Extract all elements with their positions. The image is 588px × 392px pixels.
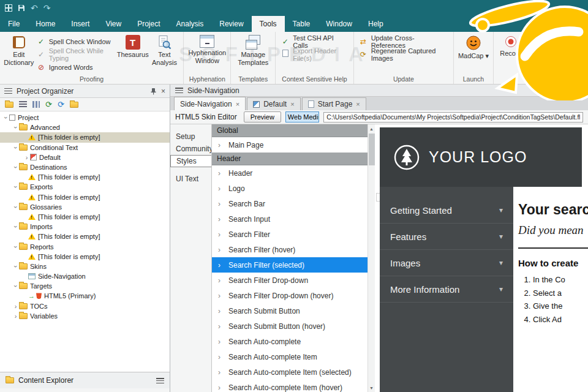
chevron-right-icon[interactable]: ›	[218, 307, 223, 315]
style-item-search-filter[interactable]: ›Search Filter	[212, 227, 368, 242]
export-header-file-button[interactable]: Export Header File(s)	[279, 49, 350, 59]
tree-item-empty-destinations[interactable]: [This folder is empty]	[0, 172, 170, 182]
menu-help[interactable]: Help	[360, 16, 391, 32]
chevron-down-icon[interactable]: ›	[12, 283, 20, 290]
preview-button[interactable]: Preview	[244, 111, 281, 123]
redo-icon[interactable]: ↷	[43, 4, 51, 12]
tree-item-imports[interactable]: ›Imports	[0, 222, 170, 232]
close-icon[interactable]: ×	[236, 100, 239, 108]
panel-menu-icon[interactable]	[4, 88, 12, 94]
style-item-search-filter-selected[interactable]: ›Search Filter (selected)	[212, 257, 368, 273]
chevron-right-icon[interactable]: ›	[218, 276, 223, 285]
menu-insert[interactable]: Insert	[63, 16, 97, 32]
close-icon[interactable]: ×	[161, 88, 165, 95]
chevron-right-icon[interactable]: ›	[218, 383, 223, 392]
menu-table[interactable]: Table	[285, 16, 318, 32]
menu-home[interactable]: Home	[28, 16, 63, 32]
manage-macros-button[interactable]: Manage	[556, 33, 585, 58]
chevron-down-icon[interactable]: ›	[12, 203, 20, 210]
chevron-right-icon[interactable]: ›	[218, 368, 223, 377]
refresh-icon[interactable]: ⟳	[45, 100, 52, 108]
menu-project[interactable]: Project	[129, 16, 168, 32]
menu-review[interactable]: Review	[211, 16, 251, 32]
spell-check-while-typing-button[interactable]: ✓ Spell Check While Typing	[35, 49, 117, 59]
madcap-launch-button[interactable]: MadCap ▾	[457, 33, 490, 60]
scrollbar-thumb[interactable]	[369, 134, 375, 165]
menu-file[interactable]: File	[0, 16, 28, 32]
chevron-down-icon[interactable]: ›	[12, 263, 20, 270]
tree-item-default[interactable]: ›Default	[0, 153, 170, 162]
scroll-up-icon[interactable]: ▲	[368, 124, 375, 133]
chevron-right-icon[interactable]: ›	[12, 303, 19, 310]
hyphenation-window-button[interactable]: Hyphenation Window	[187, 33, 227, 64]
ignored-words-button[interactable]: ⊘ Ignored Words	[35, 62, 117, 72]
style-item-search-input[interactable]: ›Search Input	[212, 211, 368, 227]
open-folder-icon[interactable]	[5, 102, 13, 108]
chevron-right-icon[interactable]: ›	[218, 141, 223, 149]
pin-icon[interactable]	[568, 87, 575, 94]
tree-item-html5-primary[interactable]: →HTML5 (Primary)	[0, 291, 170, 301]
chevron-right-icon[interactable]: ›	[23, 154, 30, 161]
style-item-search-auto-complete[interactable]: ›Search Auto-complete	[212, 334, 368, 349]
style-item-search-submit-button[interactable]: ›Search Submit Button	[212, 303, 368, 318]
menu-window[interactable]: Window	[318, 16, 360, 32]
chevron-right-icon[interactable]: ›	[218, 230, 223, 239]
preview-nav-getting-started[interactable]: Getting Started▾	[380, 197, 513, 224]
close-icon[interactable]: ×	[290, 100, 294, 108]
style-item-main-page[interactable]: ›Main Page	[212, 137, 368, 153]
chevron-down-icon[interactable]: ›	[12, 124, 20, 131]
tree-item-variables[interactable]: ›Variables	[0, 311, 170, 321]
tree-item-side-navigation[interactable]: Side-Navigation	[0, 271, 170, 281]
tree-item-skins[interactable]: ›Skins	[0, 262, 170, 271]
tab-start-page[interactable]: Start Page ×	[302, 97, 366, 110]
style-item-search-auto-complete-item-hover[interactable]: ›Search Auto-complete Item (hover)	[212, 380, 368, 392]
skin-nav-ui-text[interactable]: UI Text	[170, 173, 211, 185]
menu-view[interactable]: View	[97, 16, 129, 32]
edit-dictionary-button[interactable]: Edit Dictionary	[3, 33, 35, 66]
chevron-right-icon[interactable]: ›	[218, 215, 223, 224]
style-item-search-bar[interactable]: ›Search Bar	[212, 196, 368, 211]
chevron-down-icon[interactable]: ›	[12, 164, 20, 171]
tree-item-advanced[interactable]: ›Advanced	[0, 123, 170, 132]
undo-icon[interactable]: ↶	[31, 4, 38, 12]
chevron-down-icon[interactable]: ›	[12, 224, 20, 230]
pane-menu-icon[interactable]	[175, 88, 183, 93]
preview-nav-images[interactable]: Images▾	[380, 250, 513, 276]
content-explorer-bar[interactable]: Content Explorer	[0, 372, 170, 388]
tab-side-navigation[interactable]: Side-Navigation ×	[174, 97, 246, 110]
chevron-right-icon[interactable]: ›	[218, 184, 223, 193]
close-icon[interactable]: ×	[579, 87, 583, 94]
preview-nav-features[interactable]: Features▾	[380, 224, 513, 250]
record-macro-button[interactable]: Record	[497, 33, 525, 58]
pin-icon[interactable]	[150, 88, 157, 95]
preview-nav-more-information[interactable]: More Information▾	[380, 276, 513, 303]
close-icon[interactable]: ×	[356, 100, 360, 108]
sync-icon[interactable]: ⟳	[58, 100, 64, 108]
spell-check-window-button[interactable]: ✓ Spell Check Window	[35, 36, 117, 47]
content-explorer-menu-icon[interactable]	[156, 378, 164, 383]
tree-item-empty-reports[interactable]: [This folder is empty]	[0, 252, 170, 262]
chevron-right-icon[interactable]: ›	[12, 312, 19, 320]
view-list-icon[interactable]	[19, 101, 27, 108]
file-path-field[interactable]	[323, 112, 583, 123]
style-item-search-filter-dropdown-hover[interactable]: ›Search Filter Drop-down (hover)	[212, 288, 368, 303]
tree-item-conditional-text[interactable]: ›Conditional Text	[0, 143, 170, 153]
style-item-search-auto-complete-item-selected[interactable]: ›Search Auto-complete Item (selected)	[212, 364, 368, 380]
text-analysis-button[interactable]: Text Analysis	[149, 33, 181, 66]
test-csh-api-calls-button[interactable]: ✓ Test CSH API Calls	[279, 36, 350, 47]
chevron-right-icon[interactable]: ›	[218, 292, 223, 300]
menu-analysis[interactable]: Analysis	[168, 16, 212, 32]
tree-item-empty-advanced[interactable]: [This folder is empty]	[0, 132, 170, 142]
menu-tools[interactable]: Tools	[252, 16, 285, 32]
chevron-down-icon[interactable]: ▾	[560, 87, 564, 94]
tree-item-targets[interactable]: ›Targets	[0, 281, 170, 291]
chevron-down-icon[interactable]: ›	[12, 243, 20, 250]
skin-nav-community[interactable]: Community	[170, 143, 211, 155]
chevron-right-icon[interactable]: ›	[218, 337, 223, 346]
chevron-right-icon[interactable]: ›	[218, 261, 223, 270]
tree-item-empty-exports[interactable]: [This folder is empty]	[0, 192, 170, 202]
new-folder-icon[interactable]	[70, 102, 78, 108]
style-item-logo[interactable]: ›Logo	[212, 181, 368, 196]
chevron-right-icon[interactable]: ›	[218, 353, 223, 361]
save-icon[interactable]	[18, 4, 25, 12]
